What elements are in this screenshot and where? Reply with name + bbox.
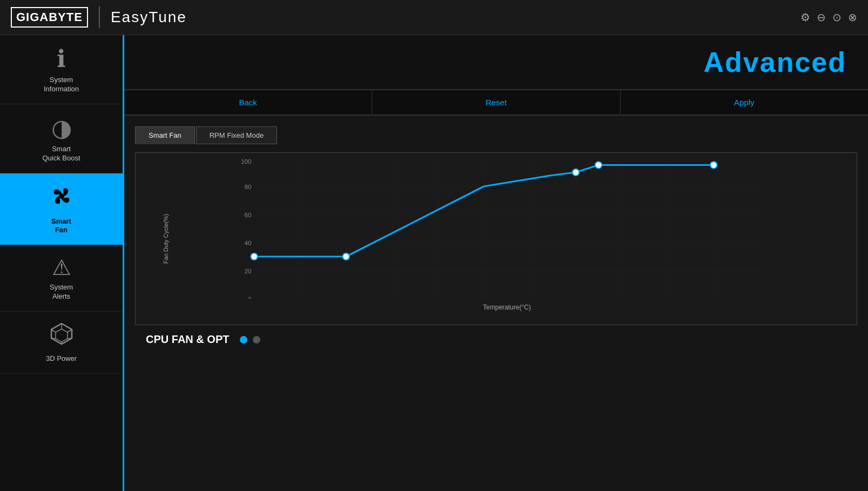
apply-button[interactable]: Apply: [621, 90, 868, 115]
toolbar: Back Reset Apply: [124, 89, 868, 116]
fan-icon: [49, 183, 75, 214]
sidebar-item-system-info[interactable]: ℹ SystemInformation: [0, 35, 123, 104]
sidebar-label-smart-quick-boost: SmartQuick Boost: [42, 145, 80, 163]
app-header: GIGABYTE EasyTune ⚙ ⊖ ⊙ ⊗: [0, 0, 868, 35]
restore-icon[interactable]: ⊙: [832, 11, 842, 24]
sidebar-item-system-alerts[interactable]: ⚠ SystemAlerts: [0, 245, 123, 312]
minimize-icon[interactable]: ⊖: [817, 11, 826, 24]
settings-icon[interactable]: ⚙: [800, 11, 810, 24]
body-layout: ℹ SystemInformation ◑ SmartQuick Boost S…: [0, 35, 868, 491]
svg-line-5: [68, 338, 72, 339]
svg-point-30: [595, 162, 602, 168]
close-icon[interactable]: ⊗: [848, 11, 857, 24]
content-header: Advanced: [124, 35, 868, 89]
svg-text:80: 80: [245, 184, 252, 190]
fan-dot-2[interactable]: [253, 336, 260, 344]
svg-point-27: [251, 253, 257, 260]
svg-line-7: [51, 338, 56, 339]
svg-text:0: 0: [248, 296, 251, 299]
brand-name: GIGABYTE: [11, 7, 88, 28]
svg-rect-9: [254, 158, 760, 299]
fan-selector: CPU FAN & OPT: [135, 325, 857, 354]
reset-button[interactable]: Reset: [372, 90, 620, 115]
header-left: GIGABYTE EasyTune: [11, 6, 187, 28]
svg-point-0: [59, 193, 64, 199]
svg-point-29: [573, 169, 579, 176]
tab-rpm-fixed[interactable]: RPM Fixed Mode: [196, 126, 277, 144]
sidebar: ℹ SystemInformation ◑ SmartQuick Boost S…: [0, 35, 124, 491]
header-divider: [99, 6, 100, 28]
sidebar-item-3d-power[interactable]: 3D Power: [0, 312, 123, 374]
svg-point-28: [342, 253, 349, 260]
svg-text:40: 40: [245, 240, 252, 246]
sidebar-label-smart-fan: SmartFan: [51, 217, 71, 236]
svg-text:60: 60: [245, 212, 252, 218]
app-title: EasyTune: [111, 9, 187, 26]
x-axis-label: Temperature(°C): [163, 304, 851, 311]
fan-chart-container: Fan Duty Cycle(%) 0 20 40 60 80 100: [135, 152, 857, 325]
fan-selector-name: CPU FAN & OPT: [146, 333, 229, 346]
tab-smart-fan[interactable]: Smart Fan: [135, 126, 195, 144]
sidebar-label-system-info: SystemInformation: [44, 76, 79, 94]
svg-marker-2: [56, 329, 68, 342]
page-title: Advanced: [703, 46, 846, 78]
info-icon: ℹ: [57, 45, 66, 72]
gigabyte-logo: GIGABYTE: [11, 7, 88, 28]
svg-text:100: 100: [241, 158, 251, 165]
svg-text:20: 20: [245, 268, 252, 274]
sidebar-item-smart-quick-boost[interactable]: ◑ SmartQuick Boost: [0, 104, 123, 173]
y-axis-label: Fan Duty Cycle(%): [163, 214, 169, 264]
boost-icon: ◑: [51, 114, 72, 142]
back-button[interactable]: Back: [124, 90, 372, 115]
sidebar-item-smart-fan[interactable]: SmartFan: [0, 173, 123, 246]
chart-area: Smart Fan RPM Fixed Mode Fan Duty Cycle(…: [124, 116, 868, 491]
sidebar-label-3d-power: 3D Power: [46, 354, 77, 364]
content-area: Advanced Back Reset Apply Smart Fan RPM …: [124, 35, 868, 491]
sidebar-label-system-alerts: SystemAlerts: [50, 283, 73, 301]
svg-point-31: [710, 162, 717, 168]
fan-dot-selector: [240, 336, 260, 344]
tab-row: Smart Fan RPM Fixed Mode: [135, 126, 857, 144]
alert-icon: ⚠: [52, 255, 71, 280]
3d-power-icon: [49, 321, 74, 351]
fan-chart-svg: 0 20 40 60 80 100 0 10 20 30 40 50 60 70…: [163, 158, 851, 299]
fan-dot-1[interactable]: [240, 336, 247, 344]
window-controls: ⚙ ⊖ ⊙ ⊗: [800, 11, 857, 24]
